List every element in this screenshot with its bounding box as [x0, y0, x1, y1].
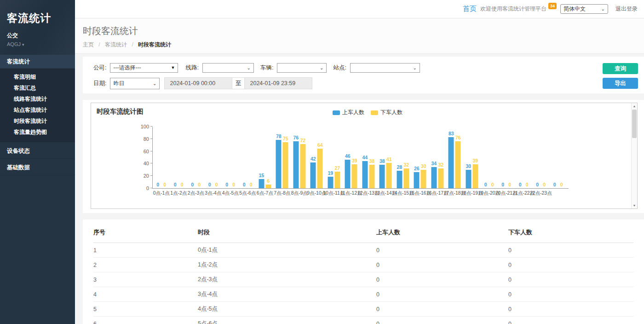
table-row: 43点-4点00 — [93, 287, 633, 302]
breadcrumb-current: 时段客流统计 — [138, 41, 171, 48]
table-cell: 0 — [508, 272, 633, 287]
table-cell: 0 — [508, 317, 633, 324]
table-cell: 0 — [376, 272, 508, 287]
table-header-row: 序号时段上车人数下车人数 — [93, 224, 633, 243]
breadcrumb-separator: / — [132, 41, 133, 48]
sidebar-item-passenger-summary[interactable]: 客流汇总 — [0, 82, 75, 93]
table-header-cell: 时段 — [198, 224, 376, 243]
x-axis-label: 3点-4点 — [205, 190, 221, 197]
breadcrumb-section[interactable]: 客流统计 — [105, 41, 127, 48]
station-select[interactable]: ⌄ — [350, 63, 420, 73]
company-select[interactable]: ---请选择--- ▼ — [110, 63, 178, 73]
sidebar-item-line-passenger-stats[interactable]: 线路客流统计 — [0, 93, 75, 104]
table-cell: 6 — [93, 317, 198, 324]
welcome-text: 欢迎使用客流统计管理平台 — [480, 5, 546, 13]
content: 公司: ---请选择--- ▼ 线路: ⌄ 车辆: ⌄ 站点 — [75, 54, 644, 324]
date-start-input[interactable]: 2024-01-09 00:00 — [165, 78, 232, 89]
chevron-down-icon: ⌄ — [601, 6, 605, 12]
bar-下车人数: 76 — [455, 141, 461, 188]
scroll-down-icon[interactable]: ▼ — [632, 202, 637, 208]
breadcrumb-home[interactable]: 主页 — [83, 41, 94, 48]
filter-panel: 公司: ---请选择--- ▼ 线路: ⌄ 车辆: ⌄ 站点 — [83, 57, 644, 93]
export-button[interactable]: 导出 — [603, 78, 638, 89]
table-row: 32点-3点00 — [93, 272, 633, 287]
chart-category: 384113点-14点 — [377, 127, 395, 188]
language-select[interactable]: 简体中文 ⌄ — [560, 4, 608, 14]
chart-category: 005点-6点 — [239, 127, 257, 188]
line-select[interactable]: ⌄ — [202, 63, 254, 73]
notification-badge[interactable]: 34 — [548, 3, 557, 9]
legend-swatch-icon — [371, 110, 378, 115]
sidebar-item-passenger-detail[interactable]: 客流明细 — [0, 71, 75, 82]
bar-pair: 4264 — [310, 149, 323, 188]
sidebar-section-device-status[interactable]: 设备状态 — [0, 143, 75, 159]
page-title: 时段客流统计 — [83, 25, 644, 37]
table-cell: 0 — [376, 258, 508, 272]
sidebar-section-passenger-stats[interactable]: 客流统计 — [0, 55, 75, 69]
table-cell: 1点-2点 — [198, 258, 376, 272]
chart-category: 00 — [550, 127, 567, 188]
sidebar-item-passenger-trend-chart[interactable]: 客流量趋势图 — [0, 127, 75, 138]
bar-下车人数: 41 — [386, 163, 392, 188]
table-cell: 2 — [93, 258, 198, 272]
date-end-input[interactable]: 2024-01-09 23:59 — [245, 78, 312, 89]
scrollbar-thumb[interactable] — [632, 110, 637, 138]
chart-plot: 020406080100000点-1点001点-2点002点-3点003点-4点… — [152, 127, 569, 189]
company-value: ---请选择--- — [113, 64, 141, 72]
station-label: 站点: — [333, 64, 346, 72]
org-selector[interactable]: AQGJ▾ — [7, 41, 75, 47]
bar-上车人数: 44 — [362, 161, 368, 188]
bar-上车人数: 78 — [276, 140, 282, 188]
sidebar-item-time-period-passenger-stats[interactable]: 时段客流统计 — [0, 116, 75, 127]
chart-category: 002点-3点 — [187, 127, 205, 188]
table-header-cell: 下车人数 — [508, 224, 633, 243]
search-button[interactable]: 查询 — [603, 63, 638, 74]
vehicle-label: 车辆: — [260, 64, 273, 72]
table-cell: 1 — [93, 243, 198, 258]
y-axis-tick-mark — [150, 126, 153, 127]
chart-category: 0020点-21点 — [498, 127, 515, 188]
language-value: 简体中文 — [564, 5, 586, 13]
y-axis-tick-label: 80 — [132, 136, 149, 142]
sidebar-item-station-passenger-stats[interactable]: 站点客流统计 — [0, 104, 75, 116]
x-axis-label: 22点-23点 — [530, 190, 552, 197]
bar-pair: 2832 — [397, 168, 409, 188]
y-axis-tick-label: 100 — [132, 124, 149, 129]
vehicle-select[interactable]: ⌄ — [277, 63, 327, 73]
chart-category: 76728点-9点 — [291, 127, 308, 188]
date-range-select[interactable]: 昨日 ⌄ — [110, 78, 160, 89]
chart-category: 443812点-13点 — [360, 127, 377, 188]
chart-category: 837617点-18点 — [446, 127, 464, 188]
bar-上车人数: 19 — [328, 177, 333, 188]
chart-panel: 时段车流统计图 上车人数下车人数 020406080100000点-1点001点… — [83, 100, 644, 213]
home-link[interactable]: 首页 — [463, 5, 477, 13]
sidebar-section-base-data[interactable]: 基础数据 — [0, 160, 75, 175]
bar-下车人数: 72 — [300, 144, 305, 188]
table-cell: 5 — [93, 302, 198, 317]
bar-上车人数: 46 — [345, 160, 351, 188]
bar-下车人数: 30 — [421, 170, 426, 188]
dropdown-arrow-icon: ▼ — [171, 65, 175, 70]
date-range-value: 昨日 — [113, 80, 124, 87]
y-axis-tick-label: 0 — [132, 185, 149, 191]
scroll-up-icon[interactable]: ▲ — [632, 103, 637, 109]
legend-item[interactable]: 下车人数 — [371, 109, 402, 116]
topbar: 首页 欢迎使用客流统计管理平台 34 简体中文 ⌄ 退出登录 — [75, 0, 644, 18]
bar-pair: 2630 — [414, 170, 426, 188]
date-range-group: 2024-01-09 00:00 至 2024-01-09 23:59 — [164, 77, 312, 89]
table-panel: 序号时段上车人数下车人数 10点-1点0021点-2点0032点-3点0043点… — [83, 220, 644, 324]
bar-pair: 7875 — [276, 140, 288, 188]
bar-pair: 156 — [259, 179, 271, 188]
date-label: 日期: — [93, 80, 106, 87]
x-axis-label: 5点-6点 — [239, 190, 256, 197]
period-table: 序号时段上车人数下车人数 10点-1点0021点-2点0032点-3点0043点… — [93, 224, 633, 324]
bar-下车人数: 39 — [352, 164, 357, 188]
bar-pair: 3039 — [466, 164, 478, 188]
logout-link[interactable]: 退出登录 — [615, 5, 638, 13]
bar-下车人数: 64 — [317, 149, 323, 188]
bar-上车人数: 76 — [293, 141, 299, 188]
chart-scrollbar[interactable]: ▲ ▼ — [631, 103, 637, 208]
table-cell: 0 — [376, 317, 508, 324]
legend-item[interactable]: 上车人数 — [333, 109, 364, 116]
sidebar-submenu: 客流明细客流汇总线路客流统计站点客流统计时段客流统计客流量趋势图 — [0, 69, 75, 142]
